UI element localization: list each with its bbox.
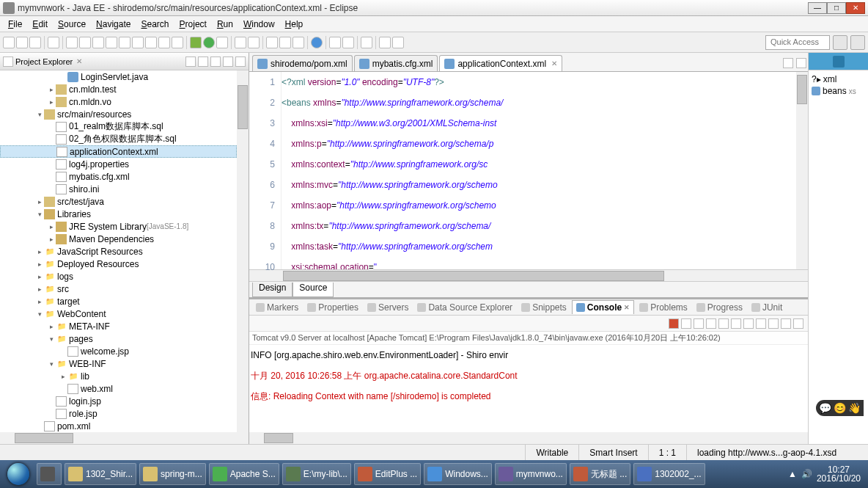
open-web-browser-icon[interactable]: [311, 37, 323, 48]
view-tab-progress[interactable]: Progress: [693, 301, 746, 314]
code-line[interactable]: xmlns:xsi="http://www.w3.org/2001/XMLSch…: [282, 113, 796, 134]
tree-item[interactable]: ▸📁logs: [0, 270, 237, 283]
window-close-button[interactable]: ✕: [846, 2, 865, 14]
window-minimize-button[interactable]: —: [808, 2, 827, 14]
tree-toggle-icon[interactable]: ▸: [47, 86, 56, 93]
run-icon[interactable]: [203, 37, 215, 48]
debug-icon[interactable]: [190, 37, 202, 48]
tree-toggle-icon[interactable]: ▸: [35, 273, 44, 280]
tree-toggle-icon[interactable]: ▸: [47, 223, 56, 230]
tree-toggle-icon[interactable]: ▸: [47, 236, 56, 243]
forward-icon[interactable]: [392, 37, 404, 48]
view-close-icon[interactable]: ✕: [76, 57, 82, 65]
back-icon[interactable]: [379, 37, 391, 48]
menu-run[interactable]: Run: [212, 18, 238, 31]
link-editor-icon[interactable]: [198, 57, 208, 67]
code-line[interactable]: <?xml version="1.0" encoding="UTF-8"?>: [282, 72, 796, 92]
start-button[interactable]: [3, 462, 34, 486]
tree-item[interactable]: ▸cn.mldn.test: [0, 83, 237, 95]
minimize-editor-icon[interactable]: [783, 58, 793, 68]
save-all-icon[interactable]: [29, 37, 41, 48]
scroll-lock-icon[interactable]: [718, 318, 729, 329]
editor-tab[interactable]: mybatis.cfg.xml: [354, 55, 438, 71]
tree-item[interactable]: ▸📁lib: [0, 370, 237, 382]
search-icon[interactable]: [293, 37, 304, 48]
tree-item[interactable]: role.jsp: [0, 407, 237, 420]
new-icon[interactable]: [3, 37, 15, 48]
step-over-icon[interactable]: [145, 37, 157, 48]
tree-toggle-icon[interactable]: ▸: [35, 248, 44, 255]
tray-icon[interactable]: ▲: [788, 469, 797, 479]
tree-item[interactable]: ▸📁JavaScript Resources: [0, 245, 237, 258]
taskbar-app[interactable]: 无标题 ...: [570, 463, 630, 485]
editor-tab[interactable]: applicationContext.xml✕: [439, 55, 562, 71]
tree-item[interactable]: ▸cn.mldn.vo: [0, 95, 237, 108]
tree-toggle-icon[interactable]: ▸: [35, 298, 44, 305]
editor-hscrollbar[interactable]: [249, 269, 808, 281]
remove-all-terminated-icon[interactable]: [694, 318, 704, 329]
taskbar-app[interactable]: 1302_Shir...: [65, 463, 136, 485]
tree-toggle-icon[interactable]: ▸: [47, 323, 56, 330]
menu-help[interactable]: Help: [280, 18, 309, 31]
new-jsp-icon[interactable]: [248, 37, 260, 48]
code-line[interactable]: xmlns:task="http://www.springframework.o…: [282, 236, 796, 257]
tree-item[interactable]: LoginServlet.java: [0, 70, 237, 83]
menu-edit[interactable]: Edit: [27, 18, 53, 31]
tree-toggle-icon[interactable]: ▸: [35, 261, 44, 268]
step-return-icon[interactable]: [158, 37, 170, 48]
tree-item[interactable]: ▾Libraries: [0, 208, 237, 220]
system-tray[interactable]: ▲ 🔊 10:27 2016/10/20: [788, 465, 865, 483]
tree-toggle-icon[interactable]: ▸: [35, 198, 44, 205]
outline-xml[interactable]: ?▸xml: [812, 73, 865, 85]
code-line[interactable]: <beans xmlns="http://www.springframework…: [282, 92, 796, 113]
tree-item[interactable]: applicationContext.xml: [0, 145, 237, 158]
console-hscrollbar[interactable]: [249, 432, 808, 444]
annotation-next-icon[interactable]: [342, 37, 354, 48]
tree-hscrollbar[interactable]: [0, 432, 249, 444]
maximize-console-icon[interactable]: [793, 318, 803, 329]
project-tree[interactable]: LoginServlet.java▸cn.mldn.test▸cn.mldn.v…: [0, 70, 249, 432]
new-server-icon[interactable]: [235, 37, 246, 48]
open-console-icon[interactable]: [768, 318, 779, 329]
menu-navigate[interactable]: Navigate: [91, 18, 136, 31]
view-tab-problems[interactable]: Problems: [636, 301, 691, 314]
tree-item[interactable]: ▸📁target: [0, 295, 237, 307]
tree-toggle-icon[interactable]: ▸: [59, 373, 67, 380]
menu-search[interactable]: Search: [136, 18, 174, 31]
tree-item[interactable]: shiro.ini: [0, 183, 237, 195]
terminate-icon[interactable]: [669, 318, 679, 329]
annotation-prev-icon[interactable]: [329, 37, 341, 48]
menu-source[interactable]: Source: [53, 18, 91, 31]
taskbar-app[interactable]: spring-m...: [139, 463, 206, 485]
quick-access-input[interactable]: Quick Access: [765, 35, 830, 50]
menu-file[interactable]: File: [3, 18, 27, 31]
disconnect-icon[interactable]: [119, 37, 130, 48]
code-line[interactable]: xmlns:tx="http://www.springframework.org…: [282, 216, 796, 236]
code-area[interactable]: <?xml version="1.0" encoding="UTF-8"?><b…: [282, 72, 796, 269]
design-tab[interactable]: Design: [252, 283, 293, 297]
project-explorer-tab[interactable]: Project Explorer ✕: [0, 53, 249, 70]
tree-item[interactable]: welcome.jsp: [0, 345, 237, 357]
tree-toggle-icon[interactable]: ▾: [35, 111, 44, 118]
tree-toggle-icon[interactable]: ▾: [35, 310, 44, 318]
code-line[interactable]: xsi:schemaLocation=": [282, 257, 796, 269]
tree-toggle-icon[interactable]: ▾: [47, 335, 56, 343]
tree-toggle-icon[interactable]: ▸: [47, 98, 56, 106]
tray-icon[interactable]: 🔊: [801, 469, 812, 479]
emoji-widget[interactable]: 💬 😊 👋: [816, 400, 864, 416]
display-selected-console-icon[interactable]: [756, 318, 766, 329]
pin-editor-icon[interactable]: [361, 37, 372, 48]
tree-item[interactable]: log4j.properties: [0, 158, 237, 170]
minimize-view-icon[interactable]: [223, 57, 233, 67]
pause-icon[interactable]: [92, 37, 104, 48]
taskbar-app[interactable]: Apache S...: [209, 463, 279, 485]
tree-vscrollbar[interactable]: [237, 70, 249, 432]
code-line[interactable]: xmlns:p="http://www.springframework.org/…: [282, 134, 796, 154]
taskbar-pinned-app[interactable]: [37, 463, 62, 485]
open-type-icon[interactable]: [266, 37, 278, 48]
view-tab-snippets[interactable]: Snippets: [518, 301, 570, 314]
code-line[interactable]: xmlns:mvc="http://www.springframework.or…: [282, 175, 796, 195]
menu-window[interactable]: Window: [238, 18, 280, 31]
tree-item[interactable]: ▸📁META-INF: [0, 320, 237, 332]
clear-console-icon[interactable]: [706, 318, 716, 329]
